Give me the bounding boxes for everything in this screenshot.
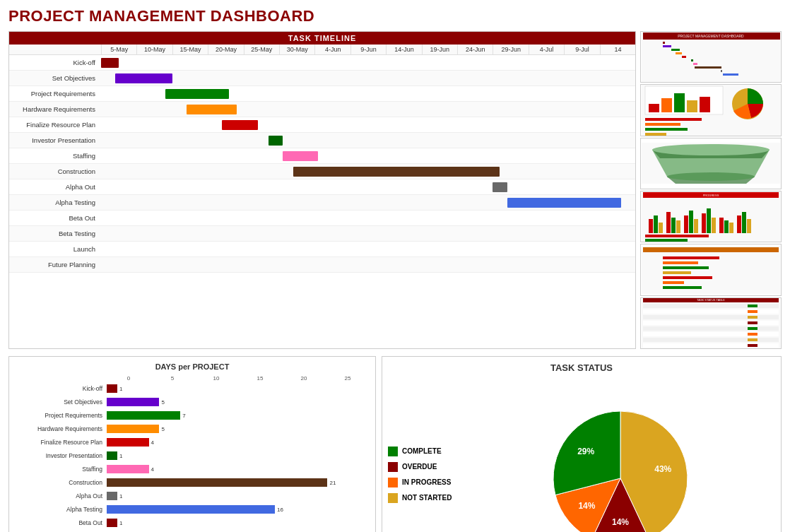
bottom-section: DAYS per PROJECT 0510152025 Kick-off1Set… [8, 356, 782, 532]
svg-rect-38 [671, 218, 676, 233]
gantt-row-bars [101, 86, 635, 101]
svg-rect-59 [663, 271, 691, 274]
days-row: Kick-off1 [15, 383, 370, 394]
gantt-bar [493, 182, 507, 192]
svg-rect-45 [712, 218, 716, 233]
gantt-row-bars [101, 102, 635, 117]
days-bar [107, 425, 159, 433]
svg-point-29 [652, 144, 770, 155]
days-x-label: 15 [238, 375, 282, 382]
svg-rect-68 [643, 315, 779, 319]
svg-rect-49 [737, 215, 741, 233]
days-bar-value: 16 [277, 507, 283, 513]
gantt-row-label: Beta Out [9, 214, 101, 222]
gantt-row-label: Set Objectives [9, 74, 101, 82]
svg-rect-79 [748, 333, 757, 336]
gantt-bar [115, 73, 172, 83]
legend-item: NOT STARTED [388, 493, 452, 503]
gantt-time-label: 14-Jun [386, 45, 421, 54]
gantt-bar [165, 89, 230, 99]
svg-rect-9 [693, 63, 697, 65]
gantt-bar [507, 198, 621, 208]
gantt-row: Hardware Requirements [9, 102, 635, 117]
gantt-row-label: Investor Presentation [9, 136, 101, 144]
svg-rect-40 [684, 215, 688, 233]
svg-rect-72 [643, 338, 779, 342]
days-bar [107, 492, 117, 500]
svg-rect-6 [676, 52, 682, 54]
svg-rect-75 [748, 310, 757, 313]
legend-item: COMPLETE [388, 447, 452, 456]
gantt-body: Kick-offSet ObjectivesProject Requiremen… [9, 55, 635, 273]
svg-rect-55 [643, 247, 779, 252]
svg-rect-56 [663, 256, 719, 259]
thumb-chart5: TASK STATUS TABLE [640, 297, 782, 349]
gantt-row: Future Planning [9, 257, 635, 273]
gantt-row-label: Future Planning [9, 261, 101, 268]
days-bar [107, 465, 149, 473]
svg-rect-74 [748, 305, 757, 307]
svg-rect-76 [748, 316, 757, 319]
svg-rect-8 [691, 59, 693, 61]
svg-rect-12 [723, 73, 738, 76]
gantt-time-label: 15-May [172, 45, 208, 54]
days-row: Beta Out1 [15, 517, 370, 528]
days-row-bar-area: 4 [107, 463, 370, 475]
gantt-row: Alpha Out [9, 179, 635, 195]
pie-label: 29% [577, 447, 594, 456]
days-row-bar-area: 5 [107, 423, 370, 435]
days-row-label: Beta Out [15, 519, 107, 526]
svg-rect-3 [663, 42, 665, 44]
svg-text:TASK STATUS TABLE: TASK STATUS TABLE [697, 298, 725, 302]
main-container: PROJECT MANAGEMENT DASHBOARD TASK TIMELI… [0, 0, 790, 532]
gantt-time-label: 14 [600, 45, 635, 54]
svg-rect-19 [700, 97, 710, 112]
days-chart-title: DAYS per PROJECT [15, 362, 370, 371]
svg-rect-60 [663, 276, 712, 279]
days-row-label: Hardware Requirements [15, 425, 107, 432]
svg-rect-66 [643, 304, 779, 308]
days-bar [107, 478, 327, 487]
days-x-label: 5 [151, 375, 194, 382]
svg-rect-35 [654, 215, 658, 233]
days-row: Alpha Out1 [15, 490, 370, 502]
legend-list: COMPLETEOVERDUEIN PROGRESSNOT STARTED [388, 447, 452, 503]
svg-rect-16 [661, 98, 672, 112]
svg-rect-39 [676, 220, 680, 233]
days-x-axis: 0510152025 [107, 375, 370, 382]
svg-rect-50 [742, 212, 746, 233]
pie-chart: 43%14%14%29% [532, 397, 709, 533]
svg-rect-23 [645, 128, 688, 131]
gantt-row: Launch [9, 242, 635, 257]
svg-rect-52 [645, 235, 709, 237]
thumb-chart3: PROGRESS [640, 191, 782, 242]
gantt-row-label: Beta Testing [9, 230, 101, 237]
legend-color [388, 447, 398, 456]
svg-rect-46 [719, 218, 724, 233]
gantt-row-bars [101, 71, 635, 85]
gantt-row: Project Requirements [9, 86, 635, 102]
days-x-label: 25 [326, 375, 370, 382]
legend-label: NOT STARTED [402, 494, 452, 502]
gantt-row-bars [101, 211, 635, 225]
svg-rect-73 [643, 343, 779, 348]
thumb-gantt: PROJECT MANAGEMENT DASHBOARD [640, 31, 782, 83]
gantt-time-label: 4-Jun [314, 45, 350, 54]
days-row-label: Set Objectives [15, 398, 107, 406]
gantt-time-label: 19-Jun [422, 45, 457, 54]
days-bar-value: 1 [119, 520, 122, 526]
task-status-content: COMPLETEOVERDUEIN PROGRESSNOT STARTED 43… [388, 380, 775, 532]
days-row-bar-area: 4 [107, 437, 370, 448]
legend-label: COMPLETE [402, 447, 442, 455]
svg-rect-57 [663, 261, 698, 264]
days-row-bar-area: 1 [107, 450, 370, 461]
page-title: PROJECT MANAGEMENT DASHBOARD [8, 7, 782, 25]
gantt-row-bars [101, 179, 635, 194]
svg-rect-43 [702, 213, 706, 233]
pie-label: 14% [579, 501, 596, 511]
svg-rect-61 [663, 281, 684, 284]
days-row-bar-area: 1 [107, 490, 370, 502]
svg-rect-7 [682, 56, 686, 58]
legend-item: OVERDUE [388, 462, 452, 472]
gantt-row: Beta Testing [9, 226, 635, 242]
